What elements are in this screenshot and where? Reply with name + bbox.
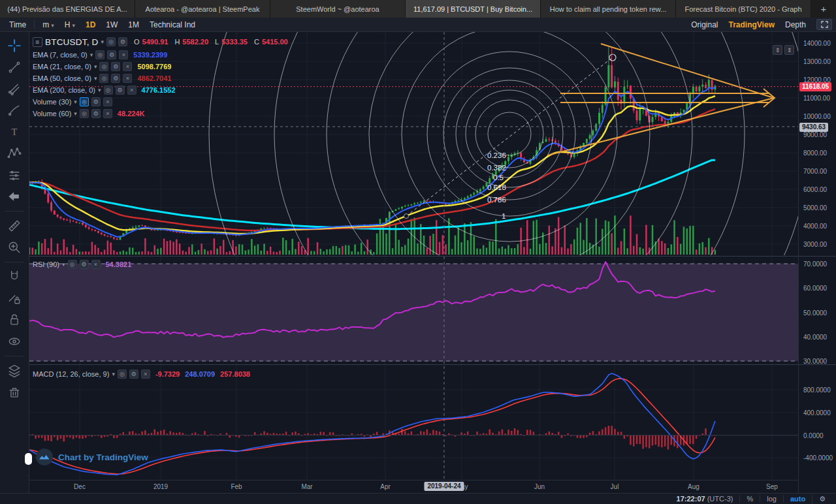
lock-all-tool[interactable] xyxy=(5,310,24,330)
symbol-title[interactable]: BTCUSDT, D xyxy=(45,37,99,47)
percent-scale-toggle[interactable]: % xyxy=(739,495,760,503)
indicator-label[interactable]: Volume (30) xyxy=(33,98,71,106)
settings-gear-icon[interactable]: ⚙ xyxy=(812,495,832,503)
close-icon[interactable]: × xyxy=(103,97,112,106)
indicator-value: 257.8038 xyxy=(220,370,250,378)
browser-tab[interactable]: SteemWorld ~ @aotearoa xyxy=(270,0,406,18)
arrow-tool[interactable] xyxy=(5,187,24,206)
pane-move-up-button[interactable]: ⇕ xyxy=(773,45,782,55)
time-tick: Jun xyxy=(534,483,545,490)
indicator-label[interactable]: EMA (21, close, 0) xyxy=(33,63,91,71)
eye-icon[interactable]: ◎ xyxy=(99,74,108,83)
indicator-label[interactable]: EMA (200, close, 0) xyxy=(33,86,95,94)
zoom-in-tool[interactable] xyxy=(5,238,24,257)
gear-icon[interactable]: ⚙ xyxy=(111,74,120,83)
rsi-tick: 70.0000 xyxy=(803,260,827,268)
macd-tick: 800.0000 xyxy=(803,386,831,394)
symbol-menu-icon[interactable]: ≡ xyxy=(33,37,42,47)
eye-icon[interactable]: ◎ xyxy=(95,50,104,59)
hide-drawings-tool[interactable] xyxy=(5,332,24,351)
indicator-label[interactable]: EMA (7, close, 0) xyxy=(33,51,88,59)
time-tick: Apr xyxy=(380,483,391,490)
indicator-label[interactable]: Volume (60) xyxy=(33,110,71,118)
chevron-down-icon[interactable]: ▾ xyxy=(112,371,115,377)
browser-tab[interactable]: Forecast Bitcoin (BTC) 2020 - Graph xyxy=(676,0,811,18)
browser-tab[interactable]: Aotearoa - @aotearoa | SteemPeak xyxy=(135,0,270,18)
depth-mode-button[interactable]: Depth xyxy=(780,18,811,31)
indicator-label[interactable]: RSI (90) xyxy=(33,260,59,268)
chevron-down-icon[interactable]: ▾ xyxy=(62,261,65,268)
eye-icon[interactable]: ◎ xyxy=(80,109,89,118)
interval-hours-dropdown[interactable]: H▾ xyxy=(59,18,80,31)
close-icon[interactable]: × xyxy=(127,86,137,95)
close-icon[interactable]: × xyxy=(103,109,112,118)
chart-canvas[interactable]: 0.2360.3820.50.6180.7861 xyxy=(29,32,798,480)
chevron-down-icon[interactable]: ▾ xyxy=(90,52,93,58)
tradingview-mode-button[interactable]: TradingView xyxy=(724,18,780,31)
close-icon[interactable]: × xyxy=(91,260,101,269)
indicator-label[interactable]: EMA (50, close, 0) xyxy=(33,74,91,82)
browser-tab[interactable]: How to claim all pending token rew... xyxy=(541,0,676,18)
close-icon[interactable]: × xyxy=(119,50,128,59)
chevron-down-icon[interactable]: ▾ xyxy=(74,99,77,105)
pitchfork-tool[interactable] xyxy=(5,79,24,99)
magnet-tool[interactable] xyxy=(5,267,24,287)
chevron-down-icon[interactable]: ▾ xyxy=(98,87,101,93)
eye-icon[interactable]: ◎ xyxy=(118,370,127,379)
interval-1d-button[interactable]: 1D xyxy=(80,18,101,31)
auto-scale-toggle[interactable]: auto xyxy=(783,495,812,503)
price-tick: 9000.00 xyxy=(803,131,827,138)
interval-minutes-dropdown[interactable]: m▾ xyxy=(37,18,59,31)
trash-tool[interactable] xyxy=(5,383,24,402)
eye-icon[interactable]: ◎ xyxy=(106,37,116,46)
technical-indicators-button[interactable]: Technical Ind xyxy=(144,18,201,31)
pane-maximize-button[interactable]: ⇕ xyxy=(784,45,794,55)
interval-1m-button[interactable]: 1M xyxy=(123,18,144,31)
price-axis[interactable]: 14000.0013000.0012000.0011000.0010000.00… xyxy=(798,32,836,493)
xabcd-pattern-tool[interactable] xyxy=(5,144,24,163)
close-icon[interactable]: × xyxy=(141,370,150,379)
browser-tab[interactable]: (44) Previsão das ENERGIAS DE A... xyxy=(0,0,135,18)
original-mode-button[interactable]: Original xyxy=(686,18,723,31)
close-icon[interactable]: × xyxy=(123,74,132,83)
trend-line-tool[interactable] xyxy=(5,57,24,77)
sidebar-collapse-handle[interactable] xyxy=(25,453,32,465)
browser-tab[interactable]: 11,617.09 | BTCUSDT | Buy Bitcoin... xyxy=(406,0,541,18)
crosshair-tool[interactable] xyxy=(5,36,24,55)
remove-drawings-tool[interactable] xyxy=(5,361,24,381)
tradingview-watermark[interactable]: Chart by TradingView xyxy=(36,449,148,465)
fullscreen-button[interactable] xyxy=(816,19,832,30)
indicator-label[interactable]: MACD (12, 26, close, 9) xyxy=(33,370,109,378)
chevron-down-icon[interactable]: ▾ xyxy=(94,75,97,82)
gear-icon[interactable]: ⚙ xyxy=(118,37,127,46)
drawing-mode-lock-tool[interactable] xyxy=(5,289,24,308)
eye-icon[interactable]: ◎ xyxy=(104,86,113,95)
rsi-tick: 40.0000 xyxy=(803,334,827,341)
new-tab-button[interactable]: + xyxy=(811,0,836,18)
brush-tool[interactable] xyxy=(5,101,24,120)
gear-icon[interactable]: ⚙ xyxy=(129,370,138,379)
gear-icon[interactable]: ⚙ xyxy=(111,62,120,71)
text-tool[interactable]: T xyxy=(5,122,24,142)
eye-icon[interactable]: ◎ xyxy=(80,97,89,106)
ruler-tool[interactable] xyxy=(5,216,24,236)
chart-area[interactable]: 0.2360.3820.50.6180.7861 ≡BTCUSDT, D▾◎⚙O… xyxy=(29,32,798,480)
gear-icon[interactable]: ⚙ xyxy=(91,97,101,106)
chevron-down-icon[interactable]: ▾ xyxy=(101,39,104,45)
eye-icon[interactable]: ◎ xyxy=(68,260,77,269)
interval-1w-button[interactable]: 1W xyxy=(101,18,123,31)
xabcd-pattern-icon xyxy=(7,146,22,161)
gear-icon[interactable]: ⚙ xyxy=(116,86,125,95)
log-scale-toggle[interactable]: log xyxy=(760,495,783,503)
gear-icon[interactable]: ⚙ xyxy=(91,109,101,118)
forecast-tool[interactable] xyxy=(5,165,24,185)
gear-icon[interactable]: ⚙ xyxy=(80,260,89,269)
eye-icon[interactable]: ◎ xyxy=(99,62,108,71)
toolbar-divider xyxy=(5,356,24,356)
close-icon[interactable]: × xyxy=(123,62,132,71)
chevron-down-icon[interactable]: ▾ xyxy=(94,63,97,70)
chevron-down-icon[interactable]: ▾ xyxy=(74,110,77,117)
macd-tick: 0.0000 xyxy=(803,432,824,439)
time-axis[interactable]: Dec2019FebMarAprMayJunJulAugSep2019-04-2… xyxy=(29,480,798,493)
gear-icon[interactable]: ⚙ xyxy=(107,50,116,59)
